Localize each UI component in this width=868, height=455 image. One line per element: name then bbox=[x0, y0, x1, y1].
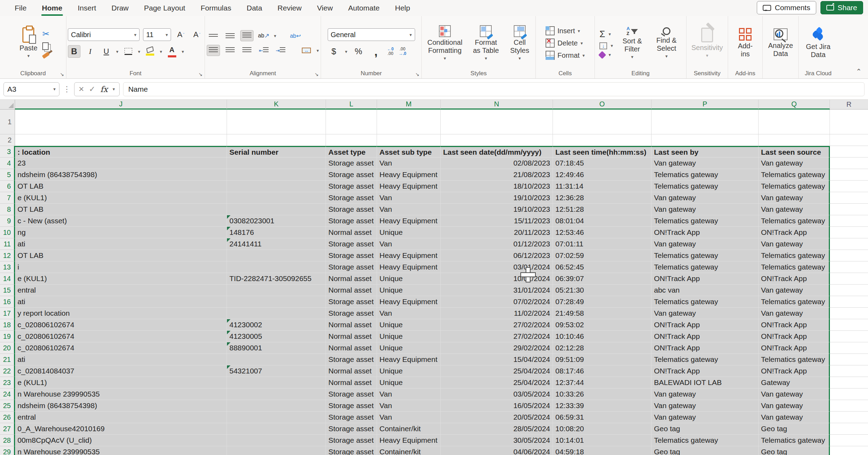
cell-R16[interactable] bbox=[830, 296, 868, 308]
cell-Q14[interactable]: ON!Track App bbox=[759, 273, 830, 285]
cell-Q12[interactable]: Telematics gateway bbox=[759, 250, 830, 261]
cell-M19[interactable]: Unique bbox=[377, 331, 441, 342]
tab-formulas[interactable]: Formulas bbox=[194, 1, 238, 15]
cell-R23[interactable] bbox=[830, 377, 868, 388]
cell-J5[interactable]: ndsheim (86438754398) bbox=[15, 169, 227, 181]
cell-N23[interactable]: 25/04/2024 bbox=[441, 377, 553, 388]
cell-N2[interactable] bbox=[441, 134, 553, 146]
cell-N22[interactable]: 25/04/2024 bbox=[441, 365, 553, 377]
cell-L11[interactable]: Storage asset bbox=[326, 238, 377, 250]
row-header-12[interactable]: 12 bbox=[0, 250, 15, 261]
row-header-16[interactable]: 16 bbox=[0, 296, 15, 308]
column-header-K[interactable]: K bbox=[227, 100, 326, 110]
cell-N21[interactable]: 15/04/2024 bbox=[441, 354, 553, 365]
cell-J23[interactable]: e (KUL1) bbox=[15, 377, 227, 388]
cell-M29[interactable]: Container/kit bbox=[377, 446, 441, 455]
cell-M28[interactable]: Heavy Equipment bbox=[377, 435, 441, 446]
cell-L25[interactable]: Storage asset bbox=[326, 400, 377, 412]
cell-R15[interactable] bbox=[830, 285, 868, 296]
cell-R8[interactable] bbox=[830, 204, 868, 215]
cell-J21[interactable]: ati bbox=[15, 354, 227, 365]
currency-chevron-icon[interactable]: ▾ bbox=[345, 49, 348, 54]
cell-O29[interactable]: 04:59:18 bbox=[553, 446, 652, 455]
cell-O8[interactable]: 12:51:28 bbox=[553, 204, 652, 215]
cell-M23[interactable]: Unique bbox=[377, 377, 441, 388]
underline-button[interactable]: U bbox=[100, 45, 113, 58]
fx-chevron-icon[interactable]: ▾ bbox=[113, 86, 115, 92]
cell-Q7[interactable]: Van gateway bbox=[759, 192, 830, 204]
cell-M3[interactable]: Asset sub type bbox=[377, 146, 441, 158]
cell-N17[interactable]: 11/02/2024 bbox=[441, 308, 553, 319]
cell-J2[interactable] bbox=[15, 134, 227, 146]
comma-icon[interactable]: , bbox=[370, 45, 382, 58]
cell-O2[interactable] bbox=[553, 134, 652, 146]
row-header-22[interactable]: 22 bbox=[0, 365, 15, 377]
tab-page-layout[interactable]: Page Layout bbox=[138, 1, 192, 15]
cell-Q2[interactable] bbox=[759, 134, 830, 146]
cell-Q21[interactable]: Telematics gateway bbox=[759, 354, 830, 365]
cell-R25[interactable] bbox=[830, 400, 868, 412]
cell-R27[interactable] bbox=[830, 423, 868, 435]
cell-J11[interactable]: ati bbox=[15, 238, 227, 250]
cell-K17[interactable] bbox=[227, 308, 326, 319]
row-header-21[interactable]: 21 bbox=[0, 354, 15, 365]
cell-O5[interactable]: 12:49:46 bbox=[553, 169, 652, 181]
row-header-17[interactable]: 17 bbox=[0, 308, 15, 319]
cell-Q13[interactable]: Telematics gateway bbox=[759, 261, 830, 273]
select-all-corner[interactable] bbox=[0, 100, 15, 110]
cell-Q26[interactable]: Van gateway bbox=[759, 412, 830, 423]
cell-J12[interactable]: OT LAB bbox=[15, 250, 227, 261]
cell-R28[interactable] bbox=[830, 435, 868, 446]
cell-N27[interactable]: 28/05/2024 bbox=[441, 423, 553, 435]
cell-N28[interactable]: 30/05/2024 bbox=[441, 435, 553, 446]
cell-M17[interactable]: Van bbox=[377, 308, 441, 319]
row-header-11[interactable]: 11 bbox=[0, 238, 15, 250]
cell-P12[interactable]: Telematics gateway bbox=[652, 250, 759, 261]
middle-align-icon[interactable] bbox=[223, 30, 237, 41]
cell-R4[interactable] bbox=[830, 158, 868, 169]
top-align-icon[interactable] bbox=[207, 30, 220, 41]
get-jira-data-button[interactable]: Get Jira Data bbox=[802, 26, 835, 60]
cell-N26[interactable]: 20/05/2024 bbox=[441, 412, 553, 423]
underline-chevron-icon[interactable]: ▾ bbox=[116, 49, 119, 54]
increase-decimal-icon[interactable]: ←0.00 bbox=[387, 47, 394, 56]
cell-M6[interactable]: Heavy Equipment bbox=[377, 181, 441, 192]
cell-O13[interactable]: 06:52:45 bbox=[553, 261, 652, 273]
insert-cells-button[interactable]: Insert▾ bbox=[546, 26, 580, 35]
cell-O23[interactable]: 12:37:44 bbox=[553, 377, 652, 388]
cell-J17[interactable]: y report location bbox=[15, 308, 227, 319]
cell-J20[interactable]: c_020806102674 bbox=[15, 342, 227, 354]
cell-P22[interactable]: ON!Track App bbox=[652, 365, 759, 377]
name-box[interactable]: A3 ▾ bbox=[3, 82, 59, 96]
align-right-icon[interactable] bbox=[240, 45, 254, 56]
cell-M4[interactable]: Van bbox=[377, 158, 441, 169]
cell-J29[interactable]: n Warehouse 239990535 bbox=[15, 446, 227, 455]
cell-O17[interactable]: 21:49:58 bbox=[553, 308, 652, 319]
cell-J18[interactable]: c_020806102674 bbox=[15, 319, 227, 331]
sort-filter-button[interactable]: AZ Sort & Filter ▾ bbox=[617, 25, 647, 61]
number-format-combo[interactable]: General▾ bbox=[328, 28, 415, 41]
cell-Q27[interactable]: Geo tag bbox=[759, 423, 830, 435]
cell-N14[interactable]: 10/01/2024 bbox=[441, 273, 553, 285]
cell-R10[interactable] bbox=[830, 227, 868, 238]
cell-K8[interactable] bbox=[227, 204, 326, 215]
cell-K27[interactable] bbox=[227, 423, 326, 435]
cell-J9[interactable]: c - New (asset) bbox=[15, 215, 227, 227]
cell-P21[interactable]: Telematics gateway bbox=[652, 354, 759, 365]
cell-R29[interactable] bbox=[830, 446, 868, 455]
fill-color-icon[interactable] bbox=[144, 45, 156, 58]
cell-K11[interactable]: 24141411 bbox=[227, 238, 326, 250]
cell-O19[interactable]: 10:10:46 bbox=[553, 331, 652, 342]
cell-Q15[interactable]: Van gateway bbox=[759, 285, 830, 296]
cell-N10[interactable]: 20/11/2023 bbox=[441, 227, 553, 238]
cell-Q24[interactable]: Van gateway bbox=[759, 388, 830, 400]
cell-K3[interactable]: Serial number bbox=[227, 146, 326, 158]
comments-button[interactable]: Comments bbox=[757, 1, 816, 14]
row-header-4[interactable]: 4 bbox=[0, 158, 15, 169]
row-header-28[interactable]: 28 bbox=[0, 435, 15, 446]
cell-P3[interactable]: Last seen by bbox=[652, 146, 759, 158]
cell-P13[interactable]: Telematics gateway bbox=[652, 261, 759, 273]
row-header-7[interactable]: 7 bbox=[0, 192, 15, 204]
cell-L15[interactable]: Normal asset bbox=[326, 285, 377, 296]
row-header-10[interactable]: 10 bbox=[0, 227, 15, 238]
